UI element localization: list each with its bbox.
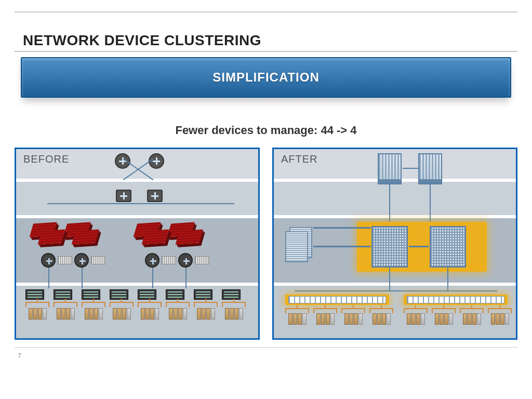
server-group <box>488 308 512 325</box>
distribution-switch-icon <box>178 253 193 268</box>
load-balancer-icon <box>162 256 176 264</box>
load-balancer-icon <box>195 256 209 264</box>
access-column <box>54 289 77 320</box>
panel-before: BEFORE <box>15 148 260 340</box>
access-column <box>138 289 162 320</box>
access-switch-icon <box>25 289 44 300</box>
firewall-icon <box>40 230 63 244</box>
access-column <box>25 289 49 320</box>
top-divider <box>15 11 517 12</box>
rack-switch-icon <box>288 296 386 303</box>
panel-after: AFTER <box>272 148 517 340</box>
footer-divider <box>15 347 517 348</box>
subhead: Fewer devices to manage: 44 -> 4 <box>0 124 532 137</box>
firewall-icon <box>178 230 201 244</box>
comparison-panels: BEFORE <box>15 148 517 340</box>
server-group <box>369 308 393 325</box>
page-title: NETWORK DEVICE CLUSTERING <box>23 32 261 49</box>
access-column <box>82 289 105 320</box>
distribution-switch-icon <box>74 253 89 268</box>
core-switch-icon <box>147 190 163 202</box>
title-divider <box>15 51 517 52</box>
access-column <box>110 289 134 320</box>
core-chassis-icon <box>418 153 442 184</box>
server-group <box>432 308 456 325</box>
banner: SIMPLIFICATION <box>21 57 511 98</box>
aggregation-chassis-icon <box>430 226 466 268</box>
panel-after-label: AFTER <box>281 153 318 165</box>
access-column <box>194 289 218 320</box>
firewall-icon <box>144 230 167 244</box>
core-switch-icon <box>116 190 131 202</box>
load-balancer-icon <box>58 256 72 264</box>
core-chassis-icon <box>378 153 402 184</box>
server-group <box>313 308 337 325</box>
page-number: 7 <box>18 352 21 360</box>
load-balancer-icon <box>91 256 105 264</box>
distribution-switch-icon <box>145 253 159 268</box>
aggregation-chassis-icon <box>371 226 408 268</box>
server-group <box>460 308 484 325</box>
rack-switch-icon <box>407 296 504 303</box>
router-icon <box>115 153 130 169</box>
side-chassis-icon <box>285 231 308 262</box>
server-group <box>404 308 428 325</box>
firewall-icon <box>74 230 97 244</box>
panel-before-label: BEFORE <box>23 153 69 165</box>
server-group <box>341 308 365 325</box>
distribution-switch-icon <box>41 253 56 268</box>
access-column <box>166 289 190 320</box>
access-column <box>222 289 246 320</box>
banner-label: SIMPLIFICATION <box>212 70 320 85</box>
server-group <box>285 308 309 325</box>
